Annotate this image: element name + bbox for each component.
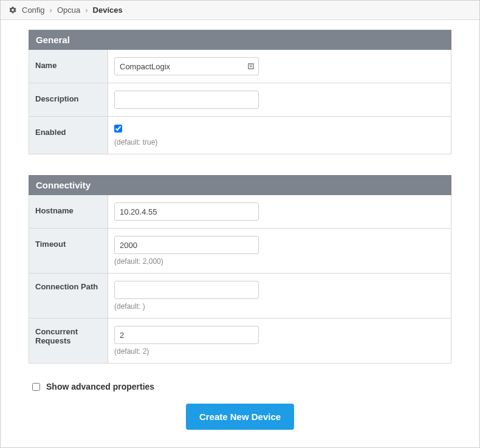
show-advanced-label: Show advanced properties bbox=[46, 382, 154, 391]
connection-path-input[interactable] bbox=[114, 281, 259, 299]
label-description: Description bbox=[29, 83, 108, 116]
section-header-connectivity: Connectivity bbox=[29, 175, 451, 195]
submit-row: Create New Device bbox=[29, 404, 451, 430]
label-name: Name bbox=[29, 50, 108, 83]
connection-path-default-text: (default: ) bbox=[114, 302, 445, 311]
field-row-timeout: Timeout (default: 2,000) bbox=[29, 229, 451, 274]
label-enabled: Enabled bbox=[29, 117, 108, 154]
concurrent-requests-input[interactable] bbox=[114, 326, 259, 344]
breadcrumb-opcua[interactable]: Opcua bbox=[57, 5, 80, 15]
chevron-right-icon: › bbox=[50, 5, 52, 15]
enabled-checkbox[interactable] bbox=[114, 125, 122, 133]
field-row-enabled: Enabled (default: true) bbox=[29, 117, 451, 154]
breadcrumb-devices: Devices bbox=[93, 5, 123, 15]
label-hostname: Hostname bbox=[29, 195, 108, 228]
label-concurrent-requests: Concurrent Requests bbox=[29, 319, 108, 363]
content-area: General Name Description Enabled (defaul… bbox=[1, 20, 479, 442]
field-row-description: Description bbox=[29, 83, 451, 117]
label-timeout: Timeout bbox=[29, 229, 108, 273]
create-new-device-button[interactable]: Create New Device bbox=[186, 404, 294, 430]
show-advanced-checkbox[interactable] bbox=[32, 383, 40, 391]
concurrent-requests-default-text: (default: 2) bbox=[114, 347, 445, 356]
chevron-right-icon: › bbox=[85, 5, 87, 15]
section-body-general: Name Description Enabled (default: true) bbox=[29, 50, 451, 154]
name-input[interactable] bbox=[114, 57, 259, 75]
section-header-general: General bbox=[29, 30, 451, 50]
field-row-hostname: Hostname bbox=[29, 195, 451, 229]
gear-icon bbox=[9, 6, 17, 14]
field-row-concurrent-requests: Concurrent Requests (default: 2) bbox=[29, 319, 451, 363]
description-input[interactable] bbox=[114, 91, 259, 109]
timeout-default-text: (default: 2,000) bbox=[114, 257, 445, 266]
advanced-row: Show advanced properties bbox=[29, 382, 451, 391]
hostname-input[interactable] bbox=[114, 202, 259, 221]
section-body-connectivity: Hostname Timeout (default: 2,000) Connec… bbox=[29, 195, 451, 364]
label-connection-path: Connection Path bbox=[29, 274, 108, 318]
breadcrumb: Config › Opcua › Devices bbox=[1, 1, 479, 20]
breadcrumb-config[interactable]: Config bbox=[22, 5, 45, 15]
field-row-name: Name bbox=[29, 50, 451, 83]
timeout-input[interactable] bbox=[114, 236, 259, 254]
field-row-connection-path: Connection Path (default: ) bbox=[29, 274, 451, 319]
enabled-default-text: (default: true) bbox=[114, 138, 445, 146]
